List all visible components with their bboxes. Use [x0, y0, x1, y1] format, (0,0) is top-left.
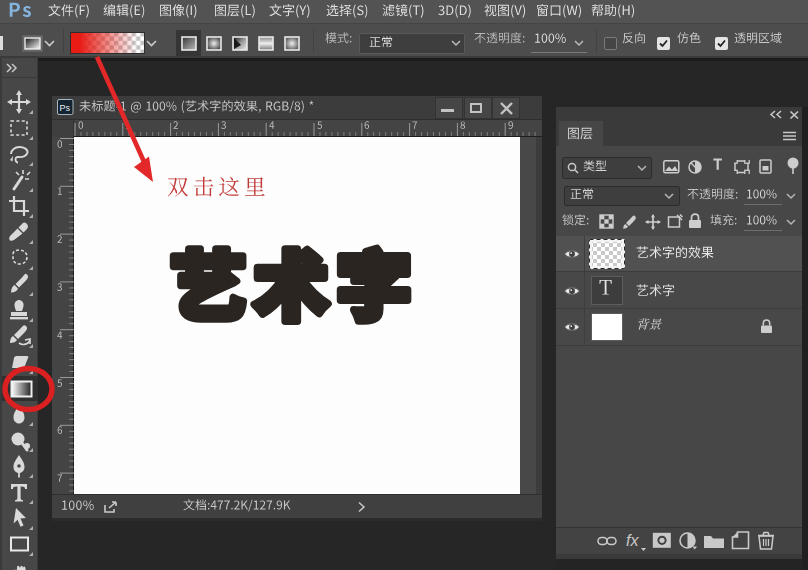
svg-text:fx: fx	[626, 532, 639, 549]
svg-text:Ps: Ps	[60, 103, 71, 113]
